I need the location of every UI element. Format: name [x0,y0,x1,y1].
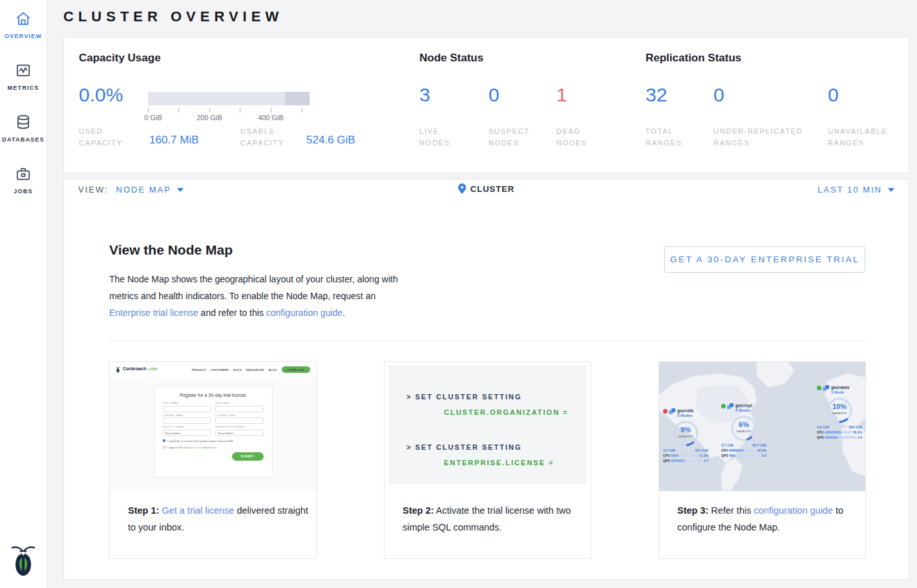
mini-select: Please Select [215,430,264,436]
cockroach-bug-icon [116,366,120,373]
tick-label: 400 GiB [255,114,286,121]
used-capacity-label: USEDCAPACITY [79,125,123,149]
view-bar: VIEW: NODE MAP CLUSTER LAST 10 MIN [63,179,909,200]
mini-nav-item: DOCS [233,368,242,372]
dead-nodes-label: DEADNODES [556,125,587,149]
nodes-cube-icon [727,403,734,410]
nodes-cube-icon [823,385,830,392]
sql-command: > SET CLUSTER SETTING [406,443,522,451]
locality-nyc: geo=nyc 2 Nodes 6% CAPACITY 3.7 GiB43.7 … [721,403,766,457]
mini-submit-button: SUBMIT [232,452,264,461]
sql-command: > SET CLUSTER SETTING [406,393,522,401]
unavailable-ranges-count: 0 [828,84,839,106]
mini-input [215,406,264,412]
sql-argument: ENTERPRISE.LICENSE = [444,459,554,467]
mini-checkbox [163,446,166,449]
live-nodes-label: LIVENODES [419,125,450,149]
total-ranges-count: 32 [646,84,667,106]
unavailable-ranges-label: UNAVAILABLERANGES [828,125,912,149]
live-nodes-count: 3 [419,84,430,106]
sidebar: OVERVIEW METRICS DATABASES JOBS [0,0,47,588]
step-2-caption: Step 2: Activate the trial license with … [385,491,591,536]
node-map-heading: View the Node Map [109,242,233,258]
configuration-guide-link[interactable]: configuration guide [266,308,343,318]
mini-checkbox-checked [163,439,166,443]
sidebar-item-overview[interactable]: OVERVIEW [0,10,47,39]
capacity-axis-labels: 0 GiB 200 GiB 400 GiB [148,114,310,123]
total-ranges-label: TOTALRANGES [646,125,682,149]
capacity-gauge: 9% CAPACITY [671,419,700,448]
mini-nav-item: RESOURCES [246,368,264,372]
node-status-title: Node Status [419,52,483,65]
used-capacity-value: 160.7 MiB [149,134,199,147]
sidebar-item-label: DATABASES [0,136,47,143]
capacity-used-percent: 0.0% [79,84,123,106]
mini-input [163,417,211,424]
mini-nav-item: PRODUCT [192,368,206,372]
status-dot-dead-icon [663,409,668,414]
capacity-bar-reserved-segment [285,92,310,105]
nodes-cube-icon [669,408,676,415]
under-replicated-ranges-count: 0 [713,84,724,106]
status-dot-live-icon [817,386,821,390]
configuration-guide-link[interactable]: configuration guide [754,505,833,516]
sidebar-item-databases[interactable]: DATABASES [0,114,47,143]
sql-commands-block: > SET CLUSTER SETTING CLUSTER.ORGANIZATI… [388,366,587,484]
node-map-thumbnail: geo=sfo 2 Nodes 9% CAPACITY 3.2 GiB351 G… [659,362,865,491]
tick-label: 0 GiB [138,114,169,121]
sidebar-item-metrics[interactable]: METRICS [0,62,47,91]
mini-site-nav: Cockroach LABS PRODUCT CUSTOMERS DOCS RE… [110,362,316,377]
sidebar-item-jobs[interactable]: JOBS [0,165,47,194]
scope-label: CLUSTER [470,184,514,194]
mini-site-brand: Cockroach LABS [116,366,158,373]
node-map-panel: View the Node Map The Node Map shows the… [63,200,909,580]
locality-ams: geo=ams 1 Node 10% CAPACITY 3.6 GiB364 G… [817,385,862,439]
enterprise-trial-license-link[interactable]: Enterprise trial license [109,308,198,318]
capacity-usage-title: Capacity Usage [79,52,161,65]
capacity-bar: 0 GiB 200 GiB 400 GiB [148,92,310,123]
node-map-description: The Node Map shows the geographical layo… [109,271,408,321]
sidebar-item-label: JOBS [0,188,47,194]
sql-argument: CLUSTER.ORGANIZATION = [444,408,569,416]
metrics-chart-icon [15,70,32,81]
get-trial-license-link[interactable]: Get a trial license [162,505,234,516]
tick-label: 200 GiB [194,114,225,121]
dead-nodes-count: 1 [556,84,567,106]
capacity-gauge: 10% CAPACITY [825,396,854,425]
cluster-summary-panel: Capacity Usage 0.0% 0 GiB 200 GiB 400 Gi… [63,37,909,173]
sidebar-item-label: OVERVIEW [0,33,47,39]
website-thumbnail: Cockroach LABS PRODUCT CUSTOMERS DOCS RE… [110,362,316,491]
capacity-bar-track [148,92,310,105]
mini-nav-item: BLOG [269,368,277,372]
step-1-card: Cockroach LABS PRODUCT CUSTOMERS DOCS RE… [109,361,317,559]
usable-capacity-label: USABLECAPACITY [240,125,284,149]
replication-status-title: Replication Status [646,52,741,65]
cockroach-labs-logo [11,543,36,578]
location-pin-icon [458,184,466,194]
database-icon [15,121,32,132]
capacity-axis-ticks [148,107,310,113]
usable-capacity-value: 524.6 GiB [306,134,355,147]
page-title: CLUSTER OVERVIEW [63,8,283,25]
suspect-nodes-label: SUSPECTNODES [489,125,530,149]
locality-sfo: geo=sfo 2 Nodes 9% CAPACITY 3.2 GiB351 G… [663,408,708,463]
mini-input [163,406,211,412]
under-replicated-ranges-label: UNDER-REPLICATEDRANGES [713,125,836,149]
status-dot-live-icon [721,404,726,408]
step-3-card: geo=sfo 2 Nodes 9% CAPACITY 3.2 GiB351 G… [659,361,866,559]
mini-download-button: DOWNLOAD [282,366,310,373]
mini-form-title: Register for a 30-day trial license [163,393,264,397]
enterprise-trial-button[interactable]: GET A 30-DAY ENTERPRISE TRIAL [664,246,865,273]
step-2-card: > SET CLUSTER SETTING CLUSTER.ORGANIZATI… [384,361,591,559]
suspect-nodes-count: 0 [489,84,500,106]
section-divider [109,341,865,341]
home-icon [15,18,32,29]
scope-indicator: CLUSTER [64,184,909,196]
briefcase-icon [15,173,32,184]
mini-input [215,417,264,424]
sidebar-item-label: METRICS [0,85,47,91]
step-1-caption: Step 1: Get a trial license delivered st… [110,491,316,536]
mini-nav-item: CUSTOMERS [211,368,229,372]
step-3-caption: Step 3: Refer this configuration guide t… [659,491,865,536]
capacity-gauge: 6% CAPACITY [730,414,758,443]
